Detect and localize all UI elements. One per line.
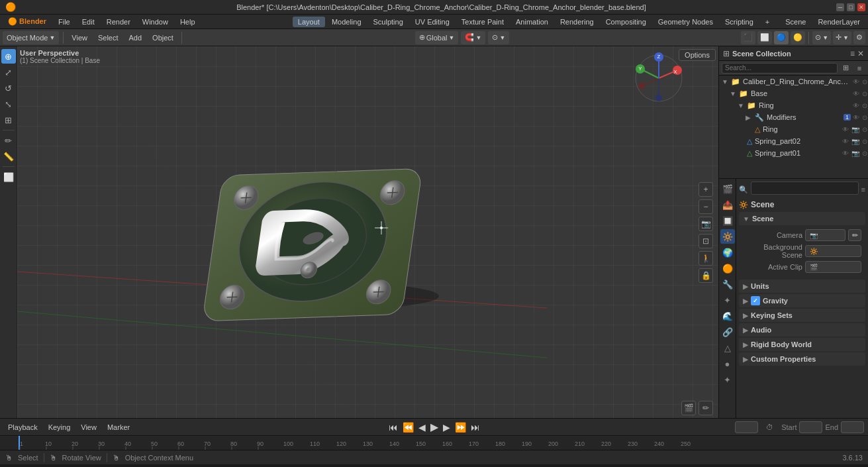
visibility-btn-base[interactable]: 👁 [852,90,860,97]
current-frame-input[interactable]: 1 [735,421,758,433]
workspace-rendering[interactable]: Rendering [555,17,599,27]
gravity-header[interactable]: ▶ ✓ Gravity [739,294,865,307]
viewport[interactable]: User Perspective (1) Scene Collection | … [17,46,718,418]
scene-selector[interactable]: Scene [780,17,811,27]
outliner-close-btn[interactable]: ✕ [857,49,864,58]
props-search-input[interactable] [751,182,859,195]
playback-menu[interactable]: Playback [4,422,42,433]
menu-blender[interactable]: 🟠 Blender [3,16,52,27]
render-btn-spring02[interactable]: 📷 [851,138,860,145]
menu-window[interactable]: Window [137,17,173,27]
gizmo-toggle[interactable]: ✛ ▼ [833,31,851,44]
visibility-btn-ring-obj[interactable]: 👁 [842,126,849,133]
zoom-out-button[interactable]: − [699,199,713,214]
outliner-item-base[interactable]: ▼ 📁 Base 👁 ⊙ [719,87,868,99]
shading-solid[interactable]: ⬜ [757,31,772,44]
proportional-edit[interactable]: ⊙ ▼ [488,31,509,44]
camera-button[interactable]: 📷 [699,217,713,231]
snap-toggle[interactable]: 🧲 ▼ [461,31,485,44]
prev-keyframe-btn[interactable]: ◀ [417,422,427,433]
props-particles-tab[interactable]: ✦ [720,293,735,307]
outliner-item-root[interactable]: ▼ 📁 Caliber_D_Ring_Chrome_Anchor 👁 ⊙ [719,76,868,87]
workspace-texture-paint[interactable]: Texture Paint [456,17,509,27]
lock-camera-button[interactable]: 🔒 [699,268,713,283]
keying-sets-header[interactable]: ▶ Keying Sets [739,309,865,322]
workspace-compositing[interactable]: Compositing [601,17,651,27]
select-btn-base[interactable]: ⊙ [861,90,868,97]
marker-menu[interactable]: Marker [103,422,134,433]
shading-material[interactable]: 🔵 [774,31,789,44]
shading-wire[interactable]: ⬛ [741,31,755,44]
visibility-btn-root[interactable]: 👁 [852,78,860,85]
select-btn-spring01[interactable]: ⊙ [861,150,868,157]
menu-render[interactable]: Render [101,17,136,27]
props-render-tab[interactable]: 🎬 [720,182,735,196]
transform-selector[interactable]: ⊕ Global ▼ [415,31,459,44]
camera-edit-btn[interactable]: ✏ [848,229,861,241]
tool-scale[interactable]: ⤡ [1,97,16,111]
shading-rendered[interactable]: 🟡 [791,31,805,44]
props-constraints-tab[interactable]: 🔗 [720,325,735,339]
props-data-tab[interactable]: △ [720,340,735,355]
props-shading-tab[interactable]: ✦ [720,372,735,387]
render-preview-btn[interactable]: 🎬 [681,401,696,415]
tool-measure[interactable]: 📏 [1,149,16,164]
outliner-item-ring-obj[interactable]: △ Ring 👁 📷 ⊙ [719,123,868,135]
close-button[interactable]: ✕ [857,3,865,11]
outliner-search[interactable] [722,63,838,74]
outliner-item-spring01[interactable]: △ Spring_part01 👁 📷 ⊙ [719,147,868,159]
workspace-uv-editing[interactable]: UV Editing [410,17,455,27]
outliner-item-ring-col[interactable]: ▼ 📁 Ring 👁 ⊙ [719,99,868,111]
props-output-tab[interactable]: 📤 [720,197,735,212]
tool-cursor[interactable]: ⊕ [1,49,16,64]
rigid-body-header[interactable]: ▶ Rigid Body World [739,338,865,351]
active-clip-value[interactable]: 🎬 [805,261,861,273]
viewport-extras[interactable]: ⚙ [853,31,865,44]
navigation-gizmo[interactable]: X Y Z [632,52,685,106]
outliner-sort[interactable]: ≡ [853,62,865,74]
custom-props-header[interactable]: ▶ Custom Properties [739,352,865,366]
props-material-tab[interactable]: ● [720,356,735,371]
keying-menu[interactable]: Keying [44,422,75,433]
gravity-checkbox[interactable]: ✓ [751,296,760,305]
props-filter-btn[interactable]: ≡ [861,185,865,193]
tool-move[interactable]: ⤢ [1,65,16,79]
workspace-animation[interactable]: Animation [510,17,554,27]
zoom-in-button[interactable]: + [699,182,713,197]
menu-help[interactable]: Help [175,17,201,27]
renderlayer-selector[interactable]: RenderLayer [812,17,865,27]
workspace-modeling[interactable]: Modeling [326,17,367,27]
frame-start-input[interactable]: 1 [799,421,822,433]
workspace-geometry-nodes[interactable]: Geometry Nodes [653,17,718,27]
tool-rotate[interactable]: ↺ [1,81,16,95]
units-header[interactable]: ▶ Units [739,280,865,293]
visibility-btn-ring[interactable]: 👁 [852,102,860,109]
props-modifier-tab[interactable]: 🔧 [720,277,735,291]
props-physics-tab[interactable]: 🌊 [720,309,735,323]
menu-edit[interactable]: Edit [77,17,100,27]
play-btn[interactable]: ▶ [429,421,440,433]
outliner-item-modifiers[interactable]: ▶ 🔧 Modifiers 1 👁 ⊙ [719,111,868,123]
prev-frame-btn[interactable]: ⏪ [401,422,415,433]
camera-value[interactable]: 📷 [805,229,845,241]
timeline-ruler[interactable]: 1 10 20 30 40 50 60 70 80 90 100 110 120… [0,435,868,450]
select-btn-root[interactable]: ⊙ [861,78,868,85]
visibility-btn-spring01[interactable]: 👁 [842,150,849,157]
object-menu[interactable]: Object [148,31,177,44]
select-btn-ring[interactable]: ⊙ [861,102,868,109]
outliner-filter-options[interactable]: ⊞ [840,62,851,74]
visibility-btn-modifiers[interactable]: 👁 [852,114,860,121]
local-view-button[interactable]: ⊡ [699,234,713,248]
minimize-button[interactable]: ─ [836,3,844,11]
workspace-scripting[interactable]: Scripting [720,17,759,27]
tool-transform[interactable]: ⊞ [1,113,16,127]
select-btn-spring02[interactable]: ⊙ [861,138,868,145]
overlay-toggle[interactable]: ⊙ ▼ [812,31,831,44]
view-menu-timeline[interactable]: View [77,422,101,433]
mode-selector[interactable]: Object Mode ▼ [3,31,59,44]
select-menu[interactable]: Select [94,31,122,44]
select-btn-ring-obj[interactable]: ⊙ [861,126,868,133]
next-keyframe-btn[interactable]: ▶ [442,422,452,433]
props-world-tab[interactable]: 🌍 [720,245,735,260]
workspace-layout[interactable]: Layout [293,17,325,27]
